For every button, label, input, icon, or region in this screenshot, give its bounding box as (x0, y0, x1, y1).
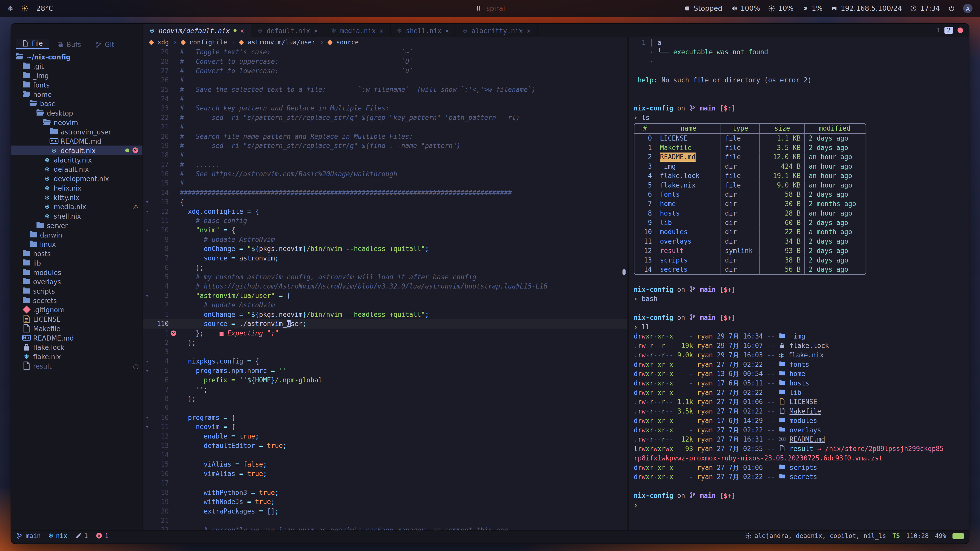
editor-line[interactable]: 11 # base config (143, 216, 628, 225)
statusline-item-main[interactable]: main (16, 532, 41, 539)
tree-item-media.nix[interactable]: ❄media.nix⚠ (11, 202, 142, 211)
editor-line[interactable]: 15 viAlias = false; (143, 460, 628, 469)
tab-close-icon[interactable]: × (527, 27, 530, 34)
editor-line[interactable]: 23# Search key pattern and Replace in Mu… (143, 104, 628, 113)
tree-item-shell.nix[interactable]: ❄shell.nix (11, 211, 142, 221)
editor-line[interactable]: 29# Toggle text's case: `~` (143, 48, 628, 57)
tree-item-scripts[interactable]: scripts (11, 286, 142, 295)
fold-arrow-icon[interactable]: ▾ (143, 207, 151, 216)
editor-line[interactable]: 16 vimAlias = true; (143, 469, 628, 478)
editor-line[interactable]: 20 extraPackages = []; (143, 507, 628, 516)
editor-line[interactable]: ▾10 programs = { (143, 413, 628, 422)
user-avatar[interactable]: A (963, 4, 973, 13)
statusline-item-nix[interactable]: ❄nix (48, 532, 67, 539)
tree-item-modules[interactable]: modules (11, 267, 142, 277)
tree-item-neovim[interactable]: neovim (11, 118, 142, 127)
statusline-item-1[interactable]: 1 (95, 532, 109, 539)
editor-line[interactable]: 17# ...... (143, 160, 628, 169)
sidebar-tab-git[interactable]: Git (89, 40, 120, 49)
power-icon[interactable] (948, 5, 955, 12)
editor-line[interactable]: 1 }; ■ Expecting ";" (143, 329, 628, 338)
tree-item-default.nix[interactable]: ❄default.nix (11, 164, 142, 174)
fold-arrow-icon[interactable]: ▾ (143, 291, 151, 300)
clock[interactable]: 17:34 (910, 4, 940, 13)
scrollbar-thumb[interactable] (622, 269, 625, 275)
editor-line[interactable]: 18 withPython3 = true; (143, 488, 628, 497)
fold-arrow-icon[interactable]: ▾ (143, 225, 151, 235)
pause-icon[interactable] (475, 5, 482, 12)
editor-line[interactable]: ▾10 "nvim" = { (143, 225, 628, 235)
editor-line[interactable]: 14######################################… (143, 188, 628, 197)
editor-line[interactable]: 15# (143, 179, 628, 188)
tree-item-fonts[interactable]: fonts (11, 80, 142, 89)
tree-item-helix.nix[interactable]: ❄helix.nix (11, 183, 142, 192)
editor-line[interactable]: 9 (143, 403, 628, 413)
window-close-button[interactable] (958, 27, 963, 33)
tree-item-overlays[interactable]: overlays (11, 277, 142, 286)
tree-item-flake.nix[interactable]: ❄flake.nix (11, 352, 142, 361)
breadcrumb-segment[interactable]: xdg (158, 39, 169, 46)
editor-line[interactable]: ▾4 nixpkgs.config = { (143, 357, 628, 366)
tree-item-lib[interactable]: lib (11, 258, 142, 267)
statusline-item-ts[interactable]: TS (892, 532, 900, 539)
editor-line[interactable]: 19# sed -ri "s/pattern_str/replace_str/g… (143, 141, 628, 151)
editor-line[interactable]: ▾5 programs.npm.npmrc = '' (143, 366, 628, 375)
fold-arrow-icon[interactable]: ▾ (143, 422, 151, 432)
tree-item-desktop[interactable]: desktop (11, 108, 142, 118)
fold-arrow-icon[interactable]: ▾ (143, 197, 151, 207)
editor-line[interactable]: ▾13{ (143, 197, 628, 207)
tree-item-darwin[interactable]: darwin (11, 230, 142, 239)
editor-line[interactable]: 28# Convert to uppercase: `U` (143, 57, 628, 66)
tab-default.nix[interactable]: ❄default.nix× (251, 24, 325, 37)
editor-line[interactable]: 27# Convert to lowercase: `u` (143, 66, 628, 76)
editor-line[interactable]: 12 enable = true; (143, 432, 628, 441)
editor-line[interactable]: 17 (143, 478, 628, 488)
tree-item-.git[interactable]: .git (11, 61, 142, 71)
breadcrumb-segment[interactable]: configFile (189, 39, 227, 46)
tree-item-flake.lock[interactable]: flake.lock (11, 342, 142, 352)
tab-media.nix[interactable]: ❄media.nix× (325, 24, 390, 37)
editor-lines[interactable]: 29# Toggle text's case: `~` 28# Convert … (143, 48, 628, 530)
page-1[interactable]: 1 (936, 27, 940, 34)
tree-item-alacritty.nix[interactable]: ❄alacritty.nix (11, 155, 142, 164)
volume-indicator[interactable]: 100% (730, 4, 760, 13)
page-2[interactable]: 2 (944, 27, 953, 34)
tab-close-icon[interactable]: × (380, 27, 383, 34)
editor-line[interactable]: 110 source = ./astronvim_user; (143, 319, 628, 329)
media-widget[interactable]: spiral (475, 4, 505, 13)
editor-line[interactable]: 2 }; (143, 338, 628, 348)
tree-item-server[interactable]: server (11, 221, 142, 230)
tree-item-development.nix[interactable]: ❄development.nix (11, 174, 142, 183)
tab-shell.nix[interactable]: ❄shell.nix× (390, 24, 456, 37)
editor-line[interactable]: ▾11 neovim = { (143, 422, 628, 432)
statusline-item-110-28[interactable]: 110:28 (906, 532, 929, 539)
editor-line[interactable]: 2 # update AstroNvim (143, 300, 628, 310)
tree-item-kitty.nix[interactable]: ❄kitty.nix (11, 192, 142, 202)
network-indicator[interactable]: 192.168.5.100/24 (831, 4, 902, 13)
editor-line[interactable]: 21# (143, 122, 628, 132)
tree-item-hosts[interactable]: hosts (11, 249, 142, 258)
tree-item-README.md[interactable]: README.md (11, 136, 142, 146)
fold-arrow-icon[interactable]: ▾ (143, 413, 151, 422)
fold-arrow-icon[interactable]: ▾ (143, 357, 151, 366)
editor-line[interactable]: 1 onChange = "${pkgs.neovim}/bin/nvim --… (143, 310, 628, 319)
terminal-pane[interactable]: 1 │ a · ╰── executable was not found · h… (629, 37, 969, 530)
sidebar-tab-bufs[interactable]: Bufs (51, 40, 87, 49)
tree-item-_img[interactable]: _img (11, 71, 142, 80)
tree-item-linux[interactable]: linux (11, 239, 142, 249)
editor-line[interactable]: 3 (143, 348, 628, 357)
editor-line[interactable]: ▾3 "astronvim/lua/user" = { (143, 291, 628, 300)
tree-item-Makefile[interactable]: Makefile (11, 324, 142, 333)
tab-close-icon[interactable]: × (445, 27, 449, 34)
sidebar-tab-file[interactable]: File (16, 39, 48, 49)
editor-line[interactable]: 6 prefix = ''${HOME}/.npm-global (143, 375, 628, 385)
tree-item-default.nix[interactable]: ❄default.nix● (11, 146, 142, 155)
recording-status[interactable]: Stopped (684, 4, 722, 13)
tab-neovim/default.nix[interactable]: ❄neovim/default.nix●× (143, 24, 251, 37)
editor-line[interactable]: 4 # https://github.com/AstroNvim/AstroNv… (143, 282, 628, 291)
tree-item-LICENSE[interactable]: LICENSE (11, 314, 142, 324)
tree-item-~/nix-config[interactable]: ~/nix-config (11, 52, 142, 61)
editor-line[interactable]: 14 (143, 451, 628, 460)
editor-line[interactable]: 22# sed -ri "s/pattern_str/replace_str/g… (143, 113, 628, 122)
editor-line[interactable]: 16# See https://astronvim.com/Basic%20Us… (143, 169, 628, 179)
